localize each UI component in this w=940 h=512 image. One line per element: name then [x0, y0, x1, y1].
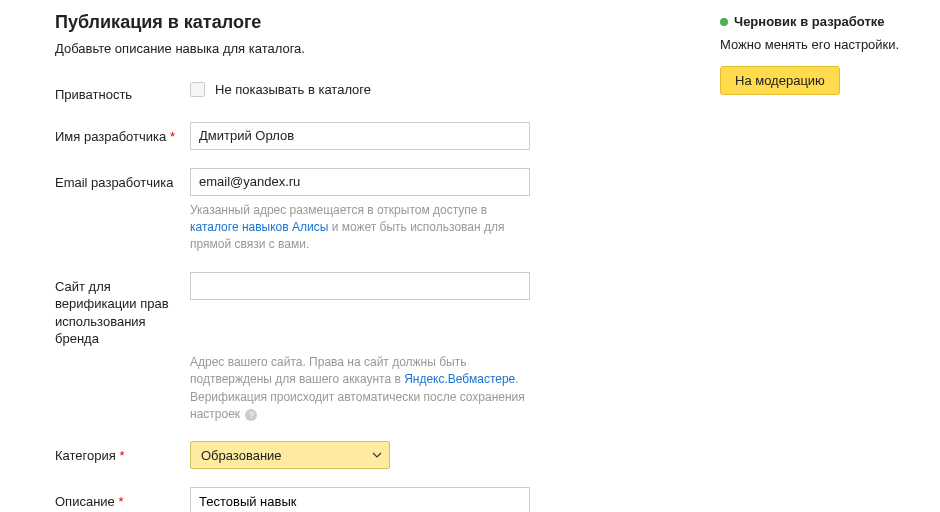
status-text: Черновик в разработке [734, 14, 885, 29]
status-sub: Можно менять его настройки. [720, 37, 920, 52]
category-label: Категория * [55, 441, 190, 465]
developer-email-help: Указанный адрес размещается в открытом д… [190, 202, 530, 254]
catalog-link[interactable]: каталоге навыков Алисы [190, 220, 328, 234]
brand-site-help: Адрес вашего сайта. Права на сайт должны… [190, 354, 530, 424]
developer-email-label: Email разработчика [55, 168, 190, 192]
privacy-label: Приватность [55, 80, 190, 104]
info-icon[interactable]: ? [245, 409, 257, 421]
moderation-button[interactable]: На модерацию [720, 66, 840, 95]
category-select[interactable]: Образование [190, 441, 390, 469]
page-title: Публикация в каталоге [55, 12, 680, 33]
page-subtitle: Добавьте описание навыка для каталога. [55, 41, 680, 56]
main-form: Публикация в каталоге Добавьте описание … [0, 12, 720, 512]
status-dot-icon [720, 18, 728, 26]
brand-site-label: Сайт для верификации прав использования … [55, 272, 190, 348]
description-textarea[interactable] [190, 487, 530, 512]
brand-site-input[interactable] [190, 272, 530, 300]
description-label: Описание * [55, 487, 190, 511]
webmaster-link[interactable]: Яндекс.Вебмастере [404, 372, 515, 386]
privacy-checkbox[interactable] [190, 82, 205, 97]
developer-email-input[interactable] [190, 168, 530, 196]
privacy-checkbox-label: Не показывать в каталоге [215, 82, 371, 97]
developer-name-input[interactable] [190, 122, 530, 150]
category-value: Образование [201, 448, 282, 463]
developer-name-label: Имя разработчика * [55, 122, 190, 146]
sidebar: Черновик в разработке Можно менять его н… [720, 12, 920, 95]
